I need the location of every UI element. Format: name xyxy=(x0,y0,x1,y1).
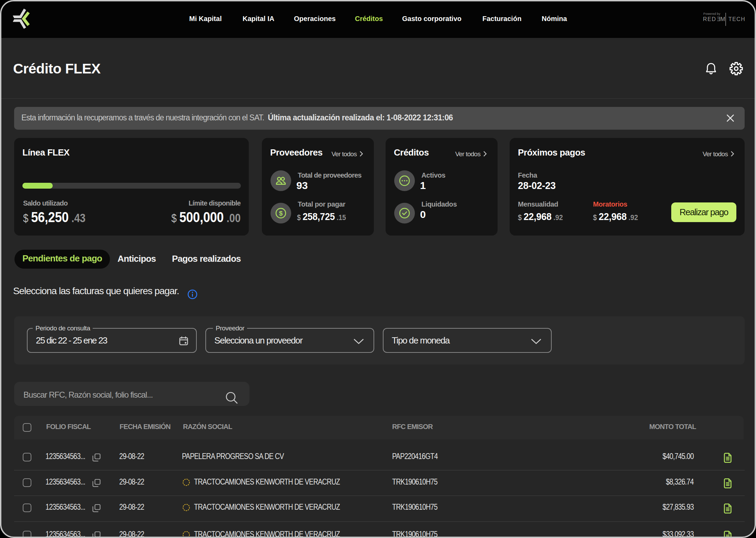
svg-text:$: $ xyxy=(279,210,283,217)
